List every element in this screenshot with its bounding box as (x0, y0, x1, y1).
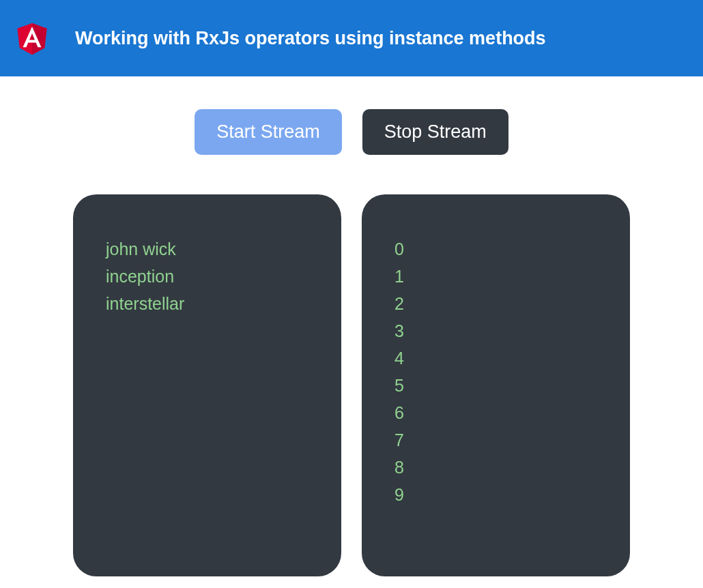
list-item: 4 (394, 344, 597, 372)
list-item: inception (106, 263, 309, 290)
button-row: Start Stream Stop Stream (0, 109, 703, 155)
list-item: 3 (394, 317, 597, 344)
list-item: 8 (394, 454, 597, 481)
list-item: 6 (394, 399, 597, 426)
list-item: 1 (394, 263, 597, 290)
svg-marker-1 (32, 23, 47, 55)
numbers-panel: 0 1 2 3 4 5 6 7 8 9 (362, 194, 630, 576)
list-item: john wick (106, 235, 309, 263)
page-title: Working with RxJs operators using instan… (75, 28, 546, 49)
panels-container: john wick inception interstellar 0 1 2 3… (0, 194, 703, 576)
start-stream-button[interactable]: Start Stream (195, 109, 342, 155)
list-item: interstellar (106, 290, 309, 317)
app-header: Working with RxJs operators using instan… (0, 0, 703, 76)
angular-logo-icon (12, 18, 52, 59)
list-item: 2 (394, 290, 597, 317)
list-item: 5 (394, 372, 597, 399)
list-item: 0 (394, 235, 597, 263)
list-item: 7 (394, 426, 597, 454)
movies-panel: john wick inception interstellar (73, 194, 341, 576)
list-item: 9 (394, 481, 597, 508)
stop-stream-button[interactable]: Stop Stream (362, 109, 508, 155)
